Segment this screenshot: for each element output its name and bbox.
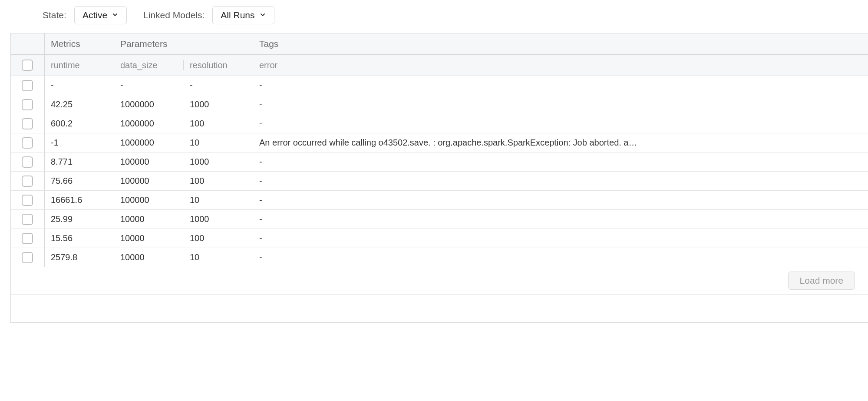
cell-resolution: 10	[184, 248, 253, 267]
table-row[interactable]: 16661.610000010-	[11, 191, 868, 210]
cell-data-size: 100000	[114, 172, 184, 190]
column-header-data-size[interactable]: data_size	[114, 55, 184, 76]
cell-runtime: 8.771	[45, 152, 114, 171]
cell-data-size: 1000000	[114, 133, 184, 152]
table-footer: Load more	[11, 267, 868, 295]
cell-error: -	[253, 210, 868, 229]
table-row[interactable]: 42.2510000001000-	[11, 95, 868, 114]
chevron-down-icon	[112, 10, 119, 20]
cell-data-size: 10000	[114, 229, 184, 248]
row-select-cell	[11, 133, 45, 152]
cell-error: -	[253, 152, 868, 171]
column-group-parameters[interactable]: Parameters	[114, 33, 253, 54]
table-row[interactable]: 15.5610000100-	[11, 229, 868, 248]
row-select-cell	[11, 248, 45, 267]
runs-table: Metrics Parameters Tags runtime data_siz…	[10, 33, 868, 323]
cell-runtime: 15.56	[45, 229, 114, 248]
column-header-runtime[interactable]: runtime	[45, 55, 114, 76]
table-header: Metrics Parameters Tags runtime data_siz…	[11, 33, 868, 76]
cell-runtime: -1	[45, 133, 114, 152]
cell-resolution: 10	[184, 191, 253, 209]
row-select-checkbox[interactable]	[22, 214, 33, 225]
cell-resolution: 10	[184, 133, 253, 152]
row-select-cell	[11, 95, 45, 114]
cell-data-size: 100000	[114, 191, 184, 209]
column-group-metrics[interactable]: Metrics	[45, 33, 114, 54]
cell-runtime: 25.99	[45, 210, 114, 229]
cell-error: -	[253, 172, 868, 190]
cell-runtime: 75.66	[45, 172, 114, 190]
chevron-down-icon	[259, 10, 266, 20]
row-select-checkbox[interactable]	[22, 156, 33, 168]
table-row[interactable]: -1100000010An error occurred while calli…	[11, 133, 868, 152]
cell-runtime: 42.25	[45, 95, 114, 114]
row-select-cell	[11, 172, 45, 190]
cell-error: -	[253, 248, 868, 267]
row-select-cell	[11, 76, 45, 95]
load-more-button[interactable]: Load more	[788, 272, 855, 290]
table-row[interactable]: 25.99100001000-	[11, 210, 868, 229]
state-filter-value: Active	[83, 10, 107, 20]
cell-data-size: -	[114, 76, 184, 95]
table-row[interactable]: 2579.81000010-	[11, 248, 868, 267]
linked-models-filter-value: All Runs	[221, 10, 254, 20]
cell-resolution: 1000	[184, 95, 253, 114]
cell-resolution: -	[184, 76, 253, 95]
row-select-cell	[11, 191, 45, 209]
row-select-checkbox[interactable]	[22, 118, 33, 129]
row-select-cell	[11, 210, 45, 229]
cell-error: -	[253, 229, 868, 248]
row-select-checkbox[interactable]	[22, 80, 33, 91]
cell-error: -	[253, 191, 868, 209]
column-header-resolution[interactable]: resolution	[184, 55, 253, 76]
table-row[interactable]: 600.21000000100-	[11, 114, 868, 133]
table-row[interactable]: 8.7711000001000-	[11, 152, 868, 172]
filter-bar: State: Active Linked Models: All Runs	[0, 0, 868, 33]
column-header-error[interactable]: error	[253, 55, 868, 76]
state-filter-select[interactable]: Active	[74, 6, 127, 24]
cell-data-size: 1000000	[114, 114, 184, 133]
cell-error: -	[253, 95, 868, 114]
cell-data-size: 10000	[114, 248, 184, 267]
row-select-checkbox[interactable]	[22, 99, 33, 110]
cell-resolution: 100	[184, 114, 253, 133]
row-select-cell	[11, 229, 45, 248]
cell-error: -	[253, 114, 868, 133]
cell-resolution: 1000	[184, 210, 253, 229]
cell-runtime: -	[45, 76, 114, 95]
table-body: ----42.2510000001000-600.21000000100--11…	[11, 76, 868, 267]
state-filter-label: State:	[43, 10, 66, 20]
column-group-tags[interactable]: Tags	[253, 33, 868, 54]
row-select-cell	[11, 114, 45, 133]
linked-models-filter-label: Linked Models:	[143, 10, 205, 20]
select-all-cell	[11, 33, 45, 54]
row-select-cell	[11, 152, 45, 171]
cell-data-size: 10000	[114, 210, 184, 229]
cell-error: An error occurred while calling o43502.s…	[253, 133, 868, 152]
row-select-checkbox[interactable]	[22, 195, 33, 206]
row-select-checkbox[interactable]	[22, 252, 33, 263]
table-row[interactable]: ----	[11, 76, 868, 95]
select-all-column	[11, 55, 45, 76]
table-row[interactable]: 75.66100000100-	[11, 172, 868, 191]
cell-resolution: 1000	[184, 152, 253, 171]
row-select-checkbox[interactable]	[22, 233, 33, 244]
select-all-checkbox[interactable]	[22, 60, 33, 71]
cell-runtime: 600.2	[45, 114, 114, 133]
cell-data-size: 100000	[114, 152, 184, 171]
row-select-checkbox[interactable]	[22, 137, 33, 149]
row-select-checkbox[interactable]	[22, 176, 33, 187]
cell-data-size: 1000000	[114, 95, 184, 114]
cell-runtime: 16661.6	[45, 191, 114, 209]
cell-runtime: 2579.8	[45, 248, 114, 267]
cell-error: -	[253, 76, 868, 95]
cell-resolution: 100	[184, 229, 253, 248]
linked-models-filter-select[interactable]: All Runs	[212, 6, 274, 24]
cell-resolution: 100	[184, 172, 253, 190]
